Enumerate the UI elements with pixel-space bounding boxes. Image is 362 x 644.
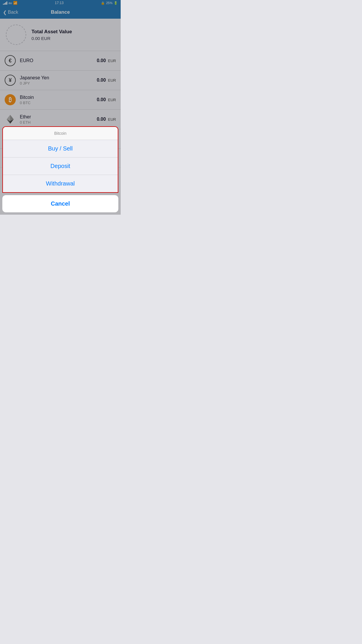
withdrawal-button[interactable]: Withdrawal [3,175,118,192]
buy-sell-button[interactable]: Buy / Sell [3,140,118,158]
action-sheet-title: Bitcoin [3,127,118,140]
deposit-button[interactable]: Deposit [3,158,118,175]
action-sheet: Bitcoin Buy / Sell Deposit Withdrawal Ca… [0,126,121,215]
action-sheet-main: Bitcoin Buy / Sell Deposit Withdrawal [2,126,118,193]
cancel-button[interactable]: Cancel [2,195,118,212]
